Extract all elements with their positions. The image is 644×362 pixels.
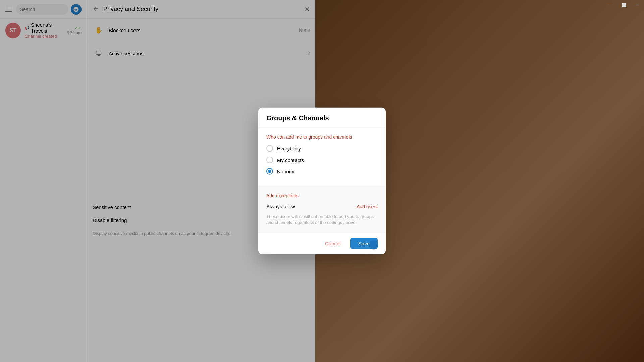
nobody-radio[interactable] (266, 168, 273, 175)
groups-channels-dialog: Groups & Channels Who can add me to grou… (258, 108, 386, 254)
window-controls: — ⬜ ✕ (604, 0, 644, 10)
exceptions-section: Add exceptions Always allow Add users Th… (258, 186, 386, 232)
minimize-button[interactable]: — (604, 0, 617, 10)
cancel-button[interactable]: Cancel (318, 238, 347, 249)
everybody-label: Everybody (277, 145, 301, 151)
exceptions-title: Add exceptions (266, 193, 378, 198)
always-allow-label: Always allow (266, 204, 295, 209)
everybody-radio[interactable] (266, 145, 273, 152)
add-users-button[interactable]: Add users (357, 204, 378, 209)
maximize-button[interactable]: ⬜ (617, 0, 631, 10)
who-can-add-section: Who can add me to groups and channels Ev… (258, 128, 386, 186)
my-contacts-radio[interactable] (266, 157, 273, 163)
my-contacts-label: My contacts (277, 157, 304, 163)
dialog-title: Groups & Channels (266, 114, 378, 122)
my-contacts-option[interactable]: My contacts (266, 157, 378, 163)
close-button[interactable]: ✕ (631, 0, 644, 10)
nobody-label: Nobody (277, 168, 294, 174)
section-title: Who can add me to groups and channels (266, 134, 378, 140)
dialog-footer: Cancel Save (258, 232, 386, 254)
exceptions-row: Always allow Add users (266, 204, 378, 209)
nobody-option[interactable]: Nobody (266, 168, 378, 175)
dialog-header: Groups & Channels (258, 108, 386, 128)
exceptions-description: These users will or will not be able to … (266, 214, 378, 226)
everybody-option[interactable]: Everybody (266, 145, 378, 152)
save-button[interactable]: Save (350, 238, 378, 249)
